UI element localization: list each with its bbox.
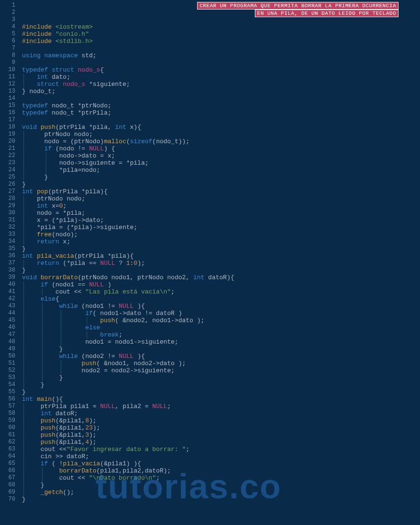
code-line[interactable]: int pop(ptrPila *pila){ bbox=[22, 188, 420, 195]
token-op: ; bbox=[67, 74, 71, 81]
line-number: 64 bbox=[0, 453, 15, 460]
code-line[interactable]: int pila_vacia(ptrPila *pila){ bbox=[22, 252, 420, 260]
code-line[interactable]: │ ptrNodo nodo; bbox=[22, 195, 420, 202]
token-op: ); bbox=[163, 467, 171, 474]
code-area[interactable]: CREAR UN PROGRAMA QUE PERMITA BORRAR LA … bbox=[19, 0, 420, 525]
token-kw: break bbox=[100, 331, 119, 338]
code-line[interactable]: │ } bbox=[22, 482, 420, 489]
code-line[interactable]: │ │ while (nodo1 != NULL ){ bbox=[22, 303, 420, 310]
line-number: 17 bbox=[0, 116, 15, 124]
code-line[interactable]: │ │ │ nodo2 = nodo2->siguiente; bbox=[22, 367, 420, 374]
code-line[interactable]: │ │ } bbox=[22, 346, 420, 353]
code-line[interactable]: │ push(&pila1,8); bbox=[22, 417, 420, 424]
code-line[interactable]: │ else{ bbox=[22, 295, 420, 303]
token-op: } bbox=[22, 181, 26, 188]
code-line[interactable]: typedef nodo_t *ptrPila; bbox=[22, 109, 420, 116]
code-line[interactable]: │ push(&pila1,3); bbox=[22, 431, 420, 439]
token-ident: *siguiente bbox=[85, 81, 126, 88]
code-line[interactable]: #include <stdlib.h> bbox=[22, 38, 420, 45]
token-ident: pila1, bbox=[63, 417, 85, 424]
code-line[interactable]: │ │ borrarDato(pila1,pila2,datoR); bbox=[22, 467, 420, 474]
token-op: ); bbox=[178, 360, 186, 367]
code-line[interactable]: │ │ nodo->siguiente = *pila; bbox=[22, 159, 420, 167]
code-line[interactable]: │ │ cout << "\nDato borrado\n"; bbox=[22, 474, 420, 482]
token-op: ( bbox=[93, 310, 100, 317]
code-line[interactable]: │ int dato; bbox=[22, 74, 420, 81]
line-number: 15 bbox=[0, 102, 15, 109]
token-ident: ptrPila *pila bbox=[78, 252, 126, 260]
code-line[interactable] bbox=[22, 45, 420, 52]
token-ident: cout << bbox=[41, 446, 67, 453]
code-line[interactable]: │ struct nodo_s *siguiente; bbox=[22, 81, 420, 88]
code-line[interactable] bbox=[22, 59, 420, 66]
code-line[interactable]: │ │ while (nodo2 != NULL ){ bbox=[22, 353, 420, 360]
code-line[interactable]: │ │ } bbox=[22, 374, 420, 381]
token-guide: │ bbox=[22, 482, 41, 489]
code-line[interactable]: │ cin >> datoR; bbox=[22, 453, 420, 460]
code-line[interactable]: #include "conio.h" bbox=[22, 31, 420, 38]
line-number-gutter: 1234567891011121314151617181920212223242… bbox=[0, 0, 19, 525]
token-guide: │ bbox=[22, 131, 44, 138]
code-line[interactable]: } bbox=[22, 388, 420, 396]
code-line[interactable]: │ cout <<"Favor ingresar dato a borrar: … bbox=[22, 446, 420, 453]
code-line[interactable]: │ push(&pila1,4); bbox=[22, 439, 420, 446]
code-line[interactable]: │ if (nodo1 == NULL ) bbox=[22, 281, 420, 288]
code-line[interactable] bbox=[22, 16, 420, 23]
code-line[interactable]: │ free(nodo); bbox=[22, 231, 420, 238]
code-line[interactable]: void borrarDato(ptrNodo nodo1, ptrNodo n… bbox=[22, 274, 420, 281]
code-line[interactable]: │ nodo = (ptrNodo)malloc(sizeof(nodo_t))… bbox=[22, 138, 420, 145]
code-line[interactable]: using namespace std; bbox=[22, 52, 420, 59]
code-line[interactable]: │ │ cout << "Las pila está vacia\n"; bbox=[22, 288, 420, 295]
code-line[interactable]: } bbox=[22, 181, 420, 188]
code-line[interactable]: │ return (*pila == NULL ? 1:0); bbox=[22, 260, 420, 267]
code-line[interactable]: #include <iostream> bbox=[22, 23, 420, 31]
code-line[interactable] bbox=[22, 95, 420, 102]
code-line[interactable]: │ if (nodo != NULL) { bbox=[22, 145, 420, 152]
code-line[interactable]: │ │ *pila=nodo; bbox=[22, 167, 420, 174]
code-line[interactable]: │ push(&pila1,23); bbox=[22, 424, 420, 431]
code-line[interactable]: │ │ nodo->dato = x; bbox=[22, 152, 420, 159]
token-op: ( bbox=[78, 274, 82, 281]
token-op: (& bbox=[55, 417, 63, 424]
code-line[interactable]: │ │ │ push( &nodo1, nodo2->dato ); bbox=[22, 360, 420, 367]
code-line[interactable]: │ *pila = (*pila)->siguiente; bbox=[22, 224, 420, 231]
token-guide: │ bbox=[22, 145, 44, 152]
code-line[interactable]: │ } bbox=[22, 174, 420, 181]
token-op: ; bbox=[167, 403, 171, 410]
code-line[interactable]: │ _getch(); bbox=[22, 489, 420, 496]
code-line[interactable]: void push(ptrPila *pila, int x){ bbox=[22, 124, 420, 131]
code-line[interactable]: typedef struct nodo_s{ bbox=[22, 66, 420, 74]
code-line[interactable]: │ } bbox=[22, 381, 420, 388]
token-op: (& bbox=[55, 424, 63, 431]
code-line[interactable]: │ ptrNodo nodo; bbox=[22, 131, 420, 138]
code-line[interactable]: } bbox=[22, 496, 420, 503]
token-guide: │ bbox=[22, 460, 41, 467]
token-op: ( bbox=[48, 188, 52, 195]
code-line[interactable]: │ return x; bbox=[22, 238, 420, 245]
code-line[interactable] bbox=[22, 116, 420, 124]
code-line[interactable]: │ │ │ │ break; bbox=[22, 331, 420, 338]
token-op: ; bbox=[126, 81, 130, 88]
code-line[interactable]: │ int x=0; bbox=[22, 202, 420, 210]
token-guide: │ bbox=[22, 238, 37, 245]
code-line[interactable]: } nodo_t; bbox=[22, 88, 420, 95]
code-line[interactable]: } bbox=[22, 245, 420, 252]
code-line[interactable]: │ │ │ if( nodo1->dato != datoR ) bbox=[22, 310, 420, 317]
code-line[interactable]: │ │ │ │ push( &nodo2, nodo1->dato ); bbox=[22, 317, 420, 324]
code-line[interactable]: │ x = (*pila)->dato; bbox=[22, 217, 420, 224]
code-line[interactable]: │ int datoR; bbox=[22, 410, 420, 417]
banner-line-2: EN UNA PILA, DE UN DATO LEIDO POR TECLAD… bbox=[255, 10, 399, 17]
code-line[interactable]: │ nodo = *pila; bbox=[22, 210, 420, 217]
code-line[interactable]: │ ptrPila pila1 = NULL, pila2 = NULL; bbox=[22, 403, 420, 410]
code-line[interactable]: } bbox=[22, 267, 420, 274]
code-line[interactable]: typedef nodo_t *ptrNodo; bbox=[22, 102, 420, 109]
code-line[interactable]: │ │ │ else bbox=[22, 324, 420, 331]
code-line[interactable]: │ │ │ nodo1 = nodo1->siguiente; bbox=[22, 338, 420, 346]
token-guide: │ bbox=[22, 195, 37, 202]
token-func: _getch bbox=[41, 489, 63, 496]
code-line[interactable]: int main(){ bbox=[22, 396, 420, 403]
token-op: } bbox=[44, 174, 48, 181]
token-guide: │ bbox=[22, 295, 41, 303]
code-line[interactable]: │ if ( !pila_vacia(&pila1) ){ bbox=[22, 460, 420, 467]
line-number: 11 bbox=[0, 74, 15, 81]
